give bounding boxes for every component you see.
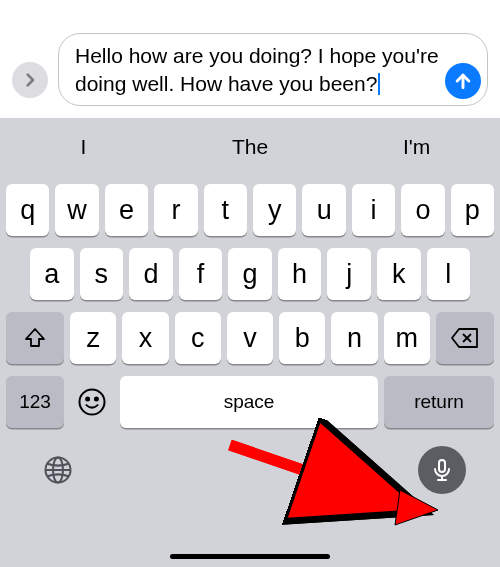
numbers-key[interactable]: 123 <box>6 376 64 428</box>
key-o[interactable]: o <box>401 184 444 236</box>
key-g[interactable]: g <box>228 248 272 300</box>
key-v[interactable]: v <box>227 312 273 364</box>
key-row-1: q w e r t y u i o p <box>0 184 500 236</box>
return-key[interactable]: return <box>384 376 494 428</box>
svg-rect-9 <box>439 460 445 472</box>
message-input[interactable]: Hello how are you doing? I hope you're d… <box>58 33 488 106</box>
send-button[interactable] <box>445 63 481 99</box>
globe-icon <box>43 455 73 485</box>
microphone-icon <box>430 458 454 482</box>
suggestion-1[interactable]: I <box>0 135 167 159</box>
key-u[interactable]: u <box>302 184 345 236</box>
key-a[interactable]: a <box>30 248 74 300</box>
suggestion-3[interactable]: I'm <box>333 135 500 159</box>
key-row-3: z x c v b n m <box>0 312 500 364</box>
key-t[interactable]: t <box>204 184 247 236</box>
backspace-icon <box>451 327 479 349</box>
arrow-up-icon <box>453 71 473 91</box>
svg-point-3 <box>80 390 105 415</box>
key-x[interactable]: x <box>122 312 168 364</box>
key-b[interactable]: b <box>279 312 325 364</box>
svg-point-5 <box>95 397 98 400</box>
key-f[interactable]: f <box>179 248 223 300</box>
key-c[interactable]: c <box>175 312 221 364</box>
suggestion-bar: I The I'm <box>0 122 500 172</box>
key-w[interactable]: w <box>55 184 98 236</box>
key-row-2: a s d f g h j k l <box>0 248 500 300</box>
key-d[interactable]: d <box>129 248 173 300</box>
emoji-icon <box>77 387 107 417</box>
key-s[interactable]: s <box>80 248 124 300</box>
key-k[interactable]: k <box>377 248 421 300</box>
backspace-key[interactable] <box>436 312 494 364</box>
space-key[interactable]: space <box>120 376 378 428</box>
key-p[interactable]: p <box>451 184 494 236</box>
dictation-button[interactable] <box>418 446 466 494</box>
key-r[interactable]: r <box>154 184 197 236</box>
compose-area: Hello how are you doing? I hope you're d… <box>0 0 500 118</box>
home-indicator[interactable] <box>170 554 330 559</box>
text-cursor <box>378 73 380 95</box>
key-m[interactable]: m <box>384 312 430 364</box>
key-e[interactable]: e <box>105 184 148 236</box>
key-row-bottom: 123 space return <box>0 376 500 428</box>
key-z[interactable]: z <box>70 312 116 364</box>
expand-button[interactable] <box>12 62 48 98</box>
keyboard-footer <box>0 428 500 494</box>
globe-key[interactable] <box>34 446 82 494</box>
key-q[interactable]: q <box>6 184 49 236</box>
suggestion-2[interactable]: The <box>167 135 334 159</box>
svg-point-4 <box>86 397 89 400</box>
key-h[interactable]: h <box>278 248 322 300</box>
shift-key[interactable] <box>6 312 64 364</box>
chevron-right-icon <box>21 71 39 89</box>
key-n[interactable]: n <box>331 312 377 364</box>
message-text: Hello how are you doing? I hope you're d… <box>75 44 439 94</box>
key-y[interactable]: y <box>253 184 296 236</box>
key-i[interactable]: i <box>352 184 395 236</box>
key-l[interactable]: l <box>427 248 471 300</box>
emoji-key[interactable] <box>70 376 114 428</box>
key-j[interactable]: j <box>327 248 371 300</box>
keyboard: I The I'm q w e r t y u i o p a s d f g … <box>0 118 500 567</box>
shift-icon <box>23 326 47 350</box>
